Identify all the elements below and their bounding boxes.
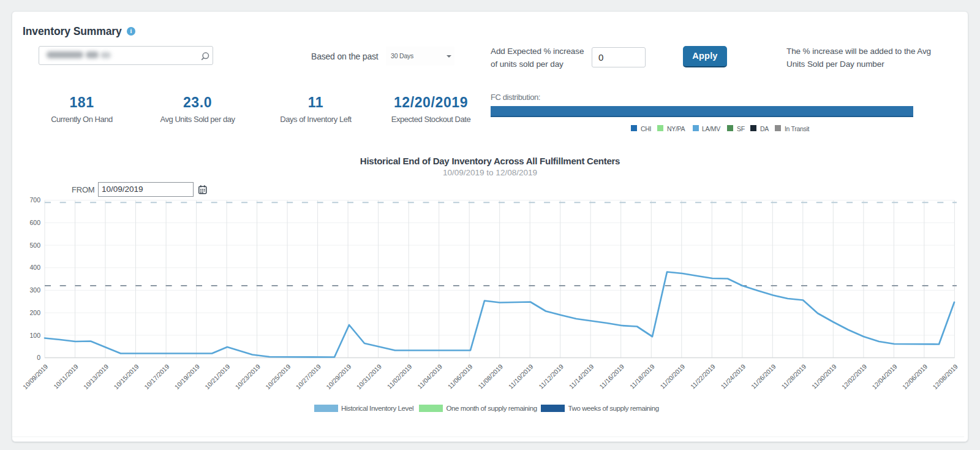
svg-text:11/14/2019: 11/14/2019 xyxy=(568,362,595,390)
svg-text:12/02/2019: 12/02/2019 xyxy=(840,362,869,391)
svg-text:600: 600 xyxy=(29,219,40,226)
svg-text:11/06/2019: 11/06/2019 xyxy=(447,362,474,390)
svg-text:200: 200 xyxy=(29,309,40,316)
svg-text:10/15/2019: 10/15/2019 xyxy=(112,362,140,391)
svg-text:10/13/2019: 10/13/2019 xyxy=(82,362,110,391)
svg-text:11/02/2019: 11/02/2019 xyxy=(386,362,413,390)
svg-text:11/28/2019: 11/28/2019 xyxy=(780,362,807,390)
svg-text:11/04/2019: 11/04/2019 xyxy=(416,362,443,390)
svg-text:10/27/2019: 10/27/2019 xyxy=(294,362,322,391)
svg-text:11/16/2019: 11/16/2019 xyxy=(598,362,625,390)
svg-text:11/20/2019: 11/20/2019 xyxy=(658,362,686,390)
svg-text:500: 500 xyxy=(29,242,40,249)
svg-text:10/21/2019: 10/21/2019 xyxy=(203,362,232,391)
svg-text:11/26/2019: 11/26/2019 xyxy=(750,362,777,390)
svg-text:12/08/2019: 12/08/2019 xyxy=(931,362,959,391)
svg-text:400: 400 xyxy=(29,264,40,271)
svg-text:11/18/2019: 11/18/2019 xyxy=(628,362,656,390)
svg-text:10/17/2019: 10/17/2019 xyxy=(143,362,171,391)
svg-text:11/08/2019: 11/08/2019 xyxy=(477,362,504,390)
svg-text:100: 100 xyxy=(29,332,40,339)
svg-text:10/29/2019: 10/29/2019 xyxy=(325,362,353,391)
svg-text:0: 0 xyxy=(37,354,40,361)
svg-text:11/24/2019: 11/24/2019 xyxy=(719,362,747,390)
svg-text:10/25/2019: 10/25/2019 xyxy=(264,362,292,391)
svg-text:11/22/2019: 11/22/2019 xyxy=(689,362,717,390)
svg-text:11/30/2019: 11/30/2019 xyxy=(810,362,838,390)
svg-text:11/10/2019: 11/10/2019 xyxy=(507,362,535,390)
svg-text:10/09/2019: 10/09/2019 xyxy=(21,362,50,391)
svg-text:11/12/2019: 11/12/2019 xyxy=(537,362,565,390)
svg-text:10/31/2019: 10/31/2019 xyxy=(355,362,383,391)
svg-text:300: 300 xyxy=(29,286,40,294)
svg-text:12/04/2019: 12/04/2019 xyxy=(870,362,899,391)
svg-text:700: 700 xyxy=(29,196,40,204)
svg-text:10/19/2019: 10/19/2019 xyxy=(173,362,201,391)
svg-text:10/11/2019: 10/11/2019 xyxy=(52,362,80,390)
svg-text:12/06/2019: 12/06/2019 xyxy=(901,362,929,391)
svg-text:10/23/2019: 10/23/2019 xyxy=(233,362,262,391)
